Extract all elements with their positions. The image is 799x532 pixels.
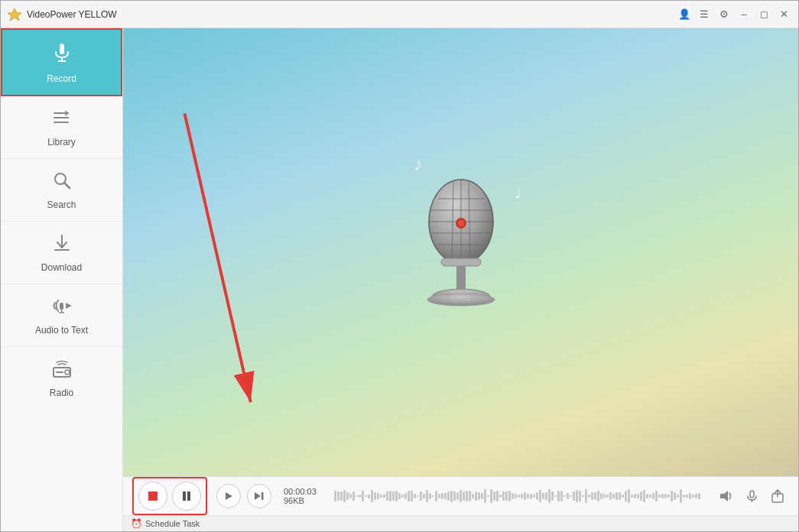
sidebar-item-download[interactable]: Download xyxy=(1,222,122,284)
svg-rect-36 xyxy=(183,491,186,501)
sidebar-item-library[interactable]: Library xyxy=(1,96,122,159)
download-icon xyxy=(51,232,73,259)
export-button[interactable] xyxy=(768,485,789,507)
svg-point-28 xyxy=(458,220,464,226)
menu-btn[interactable]: ☰ xyxy=(696,6,713,23)
sidebar-library-label: Library xyxy=(47,137,76,148)
time-display: 00:00:03 xyxy=(284,487,322,496)
main-view: ♪ ♩ xyxy=(123,28,798,476)
stop-button[interactable] xyxy=(138,482,167,511)
settings-btn[interactable]: ⚙ xyxy=(716,6,732,23)
app-window: VideoPower YELLOW 👤 ☰ ⚙ – ◻ ✕ xyxy=(0,0,799,532)
sidebar-record-label: Record xyxy=(47,73,76,84)
volume-button[interactable] xyxy=(716,485,737,507)
app-icon xyxy=(7,7,22,22)
svg-rect-11 xyxy=(60,303,63,310)
svg-rect-37 xyxy=(187,491,190,501)
record-icon xyxy=(50,41,74,70)
svg-marker-0 xyxy=(8,8,21,21)
svg-rect-40 xyxy=(261,492,264,500)
content-area: ♪ ♩ xyxy=(123,28,798,531)
microphone-illustration xyxy=(400,168,522,321)
sidebar-item-radio[interactable]: Radio xyxy=(1,347,122,409)
sidebar-search-label: Search xyxy=(47,200,76,210)
svg-rect-35 xyxy=(148,491,158,501)
svg-marker-38 xyxy=(226,492,232,500)
svg-line-34 xyxy=(184,113,250,402)
radio-icon xyxy=(50,358,73,384)
sidebar-item-audio-to-text[interactable]: Audio to Text xyxy=(1,284,122,347)
record-input-button[interactable] xyxy=(742,485,763,507)
schedule-bar[interactable]: ⏰ Schedule Task xyxy=(123,515,798,531)
user-btn[interactable]: 👤 xyxy=(676,6,693,23)
waveform-bars xyxy=(334,484,703,508)
schedule-icon: ⏰ xyxy=(131,518,142,529)
svg-point-32 xyxy=(427,294,495,306)
library-icon xyxy=(51,107,73,134)
svg-marker-39 xyxy=(255,492,261,500)
sidebar-radio-label: Radio xyxy=(50,388,73,398)
transport-bar: 00:00:03 96KB xyxy=(123,477,798,515)
svg-line-8 xyxy=(64,183,70,188)
volume-controls xyxy=(716,485,789,507)
svg-marker-41 xyxy=(720,491,728,501)
time-info: 00:00:03 96KB xyxy=(284,487,322,505)
waveform xyxy=(334,484,703,508)
skip-button[interactable] xyxy=(247,484,271,508)
svg-rect-1 xyxy=(60,44,64,54)
size-display: 96KB xyxy=(284,496,322,505)
play-button[interactable] xyxy=(216,484,241,508)
sidebar-audio-to-text-label: Audio to Text xyxy=(35,325,88,336)
svg-point-15 xyxy=(65,370,70,375)
sidebar: Record Library xyxy=(1,28,123,531)
titlebar: VideoPower YELLOW 👤 ☰ ⚙ – ◻ ✕ xyxy=(1,1,798,28)
close-btn[interactable]: ✕ xyxy=(775,6,792,23)
bottom-bar: 00:00:03 96KB xyxy=(123,476,798,531)
mic-svg xyxy=(400,168,522,321)
svg-rect-29 xyxy=(441,258,481,266)
main-content: Record Library xyxy=(1,28,798,531)
app-title: VideoPower YELLOW xyxy=(27,9,676,20)
transport-controls-bordered xyxy=(132,477,207,515)
maximize-btn[interactable]: ◻ xyxy=(755,6,772,23)
schedule-label: Schedule Task xyxy=(145,519,200,528)
minimize-btn[interactable]: – xyxy=(736,6,752,23)
window-controls: 👤 ☰ ⚙ – ◻ ✕ xyxy=(676,6,792,23)
sidebar-item-search[interactable]: Search xyxy=(1,159,122,222)
svg-rect-42 xyxy=(750,491,754,498)
sidebar-item-record[interactable]: Record xyxy=(1,28,122,96)
audio-to-text-icon xyxy=(50,295,73,322)
pause-button[interactable] xyxy=(172,482,201,511)
search-icon xyxy=(51,170,73,196)
sidebar-download-label: Download xyxy=(41,262,82,273)
